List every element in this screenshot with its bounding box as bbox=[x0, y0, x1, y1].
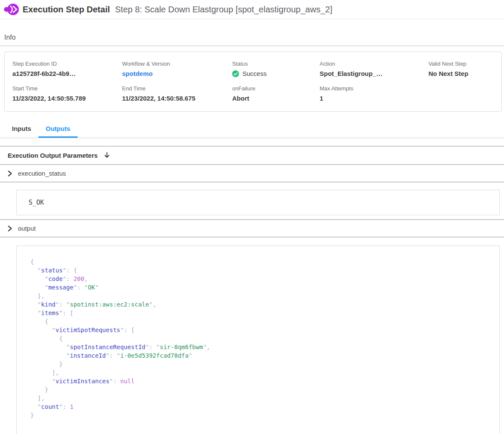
section-name: output bbox=[18, 225, 36, 232]
info-section-heading: Info bbox=[0, 19, 504, 46]
field-label: End Time bbox=[122, 85, 232, 92]
field-value: Abort bbox=[232, 95, 320, 102]
section-row-execution-status[interactable]: execution_status bbox=[0, 165, 504, 182]
status-text: Success bbox=[242, 70, 267, 77]
app-header: Execution Step Detail Step 8: Scale Down… bbox=[0, 0, 504, 19]
tabs-bar: Inputs Outputs bbox=[0, 121, 504, 138]
field-label: Start Time bbox=[12, 85, 122, 92]
output-parameters-header: Execution Output Parameters bbox=[0, 147, 504, 165]
workflow-link[interactable]: spotdemo bbox=[122, 70, 153, 77]
info-field-valid-next-step: Valid Next Step No Next Step bbox=[428, 61, 501, 77]
page-title: Execution Step Detail bbox=[23, 5, 110, 14]
download-icon[interactable] bbox=[104, 152, 110, 159]
info-field-status: Status Success bbox=[232, 61, 320, 77]
chevron-right-icon bbox=[7, 171, 13, 176]
page-subtitle: Step 8: Scale Down Elastgroup [spot_elas… bbox=[115, 5, 332, 14]
info-field-max-attempts: Max Attempts 1 bbox=[320, 85, 428, 102]
section-name: execution_status bbox=[18, 170, 66, 177]
execution-status-value: S_OK bbox=[29, 199, 44, 206]
output-parameters-title: Execution Output Parameters bbox=[8, 152, 98, 159]
info-field-onfailure: onFailure Abort bbox=[232, 85, 320, 102]
field-label: Valid Next Step bbox=[428, 61, 501, 67]
info-card: Step Execution ID a125728f-6b22-4b9… Wor… bbox=[4, 52, 502, 112]
field-value: No Next Step bbox=[428, 70, 501, 77]
chevron-right-icon bbox=[7, 226, 13, 231]
field-value: 11/23/2022, 14:50:58.675 bbox=[122, 95, 232, 102]
output-json-box: { "status": { "code": 200, "message": "O… bbox=[16, 246, 500, 434]
execution-status-value-box: S_OK bbox=[16, 190, 500, 215]
field-label: Action bbox=[320, 61, 428, 67]
field-value: 11/23/2022, 14:50:55.789 bbox=[12, 95, 122, 102]
app-logo-icon bbox=[4, 3, 19, 16]
field-value: a125728f-6b22-4b9… bbox=[12, 70, 122, 77]
json-output-viewer: { "status": { "code": 200, "message": "O… bbox=[17, 246, 499, 434]
info-field-empty bbox=[428, 85, 501, 102]
info-field-end-time: End Time 11/23/2022, 14:50:58.675 bbox=[122, 85, 232, 102]
field-value: 1 bbox=[320, 95, 428, 102]
success-check-icon bbox=[232, 70, 239, 77]
field-label: onFailure bbox=[232, 85, 320, 92]
tab-outputs[interactable]: Outputs bbox=[38, 121, 78, 138]
info-field-action: Action Spot_Elastigroup_… bbox=[320, 61, 428, 77]
field-label: Status bbox=[232, 61, 320, 67]
section-row-output[interactable]: output bbox=[0, 220, 504, 237]
status-value: Success bbox=[232, 70, 320, 77]
field-value: Spot_Elastigroup_… bbox=[320, 70, 428, 77]
field-label: Max Attempts bbox=[320, 85, 428, 92]
info-field-start-time: Start Time 11/23/2022, 14:50:55.789 bbox=[12, 85, 122, 102]
info-field-workflow-version: Workflow & Version spotdemo bbox=[122, 61, 232, 77]
field-label: Step Execution ID bbox=[12, 61, 122, 67]
field-label: Workflow & Version bbox=[122, 61, 232, 67]
info-field-step-execution-id: Step Execution ID a125728f-6b22-4b9… bbox=[12, 61, 122, 77]
tab-inputs[interactable]: Inputs bbox=[5, 121, 38, 138]
field-value: spotdemo bbox=[122, 70, 232, 77]
